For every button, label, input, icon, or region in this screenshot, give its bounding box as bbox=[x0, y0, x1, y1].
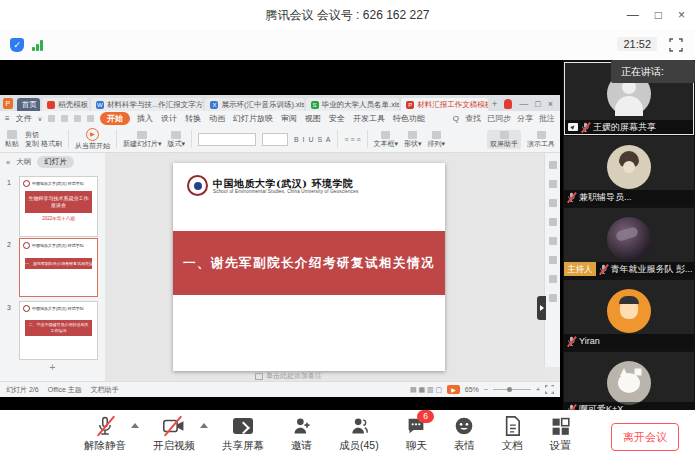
close-button[interactable]: × bbox=[678, 8, 685, 22]
wps-workarea: « 大纲 幻灯片 1 中国地质大学(武汉) 环境学院 生物科学与技术系就业工作座… bbox=[0, 153, 560, 382]
sidebar-icon bbox=[549, 180, 557, 188]
slide-canvas: 中国地质大学(武汉) 环境学院 School of Environmental … bbox=[105, 153, 545, 382]
sync-status: 已同步 bbox=[487, 113, 511, 124]
zoom-in-icon: + bbox=[536, 386, 540, 393]
meeting-titlebar: 腾讯会议 会议号 : 626 162 227 — □ × bbox=[0, 0, 695, 30]
wps-ribbon-tabs: ≡ 文件 ∨ 开始 插入 设计 转换 动画 幻灯片放映 审阅 视图 安全 开发工… bbox=[0, 111, 560, 126]
meeting-infobar: ✓ 21:52 bbox=[0, 30, 695, 60]
chat-badge: 6 bbox=[417, 410, 434, 423]
sidebar-icon bbox=[549, 294, 557, 302]
arrange-button: 排列 bbox=[428, 140, 442, 147]
chat-icon: 6 bbox=[406, 415, 426, 437]
notes-hint: 单击此处添加备注 bbox=[255, 371, 322, 381]
docs-button[interactable]: 文档 bbox=[502, 415, 523, 453]
slide-thumbnail-panel: « 大纲 幻灯片 1 中国地质大学(武汉) 环境学院 生物科学与技术系就业工作座… bbox=[0, 153, 106, 382]
university-name-cn: 中国地质大学(武汉) 环境学院 bbox=[213, 178, 358, 189]
wps-tab-doc2: X展示环(汇中音乐训练).xlsx bbox=[205, 98, 303, 111]
members-button[interactable]: 成员(45) bbox=[339, 415, 379, 453]
fullscreen-icon[interactable] bbox=[669, 38, 683, 52]
print-icon bbox=[61, 115, 68, 122]
wps-app-icon: P bbox=[3, 98, 13, 109]
play-from-current-icon: ▶ bbox=[86, 128, 99, 141]
mic-options-caret[interactable] bbox=[131, 423, 139, 428]
university-logo bbox=[187, 175, 208, 196]
dual-screen-assistant: 双屏助手 bbox=[490, 139, 518, 148]
ribbon-tab-security: 安全 bbox=[328, 113, 346, 124]
meeting-title: 腾讯会议 会议号 : 626 162 227 bbox=[265, 7, 429, 24]
participant-tile[interactable]: 兼职辅导员... bbox=[564, 136, 694, 204]
mini-logo-icon bbox=[23, 305, 30, 312]
doc-assistant: 文档助手 bbox=[91, 385, 119, 395]
zoom-percent: 65% bbox=[465, 386, 479, 393]
bold-italic-underline-group: B I U S A bbox=[294, 136, 331, 143]
sidebar-icon bbox=[549, 256, 557, 264]
settings-button[interactable]: 设置 bbox=[550, 415, 571, 453]
emoji-button[interactable]: 表情 bbox=[454, 415, 475, 453]
outline-tab: 大纲 bbox=[16, 157, 31, 167]
file-menu: 文件 bbox=[16, 113, 32, 124]
share-screen-icon bbox=[233, 418, 253, 434]
slide-title-banner: 一、谢先军副院长介绍考研复试相关情况 bbox=[173, 231, 445, 295]
sidebar-expand-arrow bbox=[537, 296, 546, 320]
mic-muted-icon bbox=[567, 192, 576, 203]
textbox-button: 文本框 bbox=[374, 140, 395, 147]
ribbon-tab-animation: 动画 bbox=[208, 113, 226, 124]
participant-name: 啊可爱K+X bbox=[579, 403, 623, 411]
maximize-button[interactable]: □ bbox=[655, 8, 662, 22]
slideshow-play-icon: ▶ bbox=[447, 385, 460, 394]
sidebar-icon bbox=[549, 218, 557, 226]
theme-name: Office 主题 bbox=[48, 385, 82, 395]
search-icon: Q bbox=[453, 114, 459, 123]
wps-tab-doc1: W材料科学与技...作汇报文字方案 bbox=[91, 98, 204, 111]
font-family-select bbox=[198, 133, 256, 146]
mic-muted-icon bbox=[567, 336, 576, 347]
writer-doc-icon: X bbox=[210, 101, 218, 109]
participant-tile[interactable]: Yiran bbox=[564, 280, 694, 348]
undo-icon bbox=[74, 115, 81, 122]
emoji-icon bbox=[454, 415, 474, 437]
slides-tab: 幻灯片 bbox=[37, 156, 74, 168]
video-options-caret[interactable] bbox=[200, 423, 208, 428]
sidebar-icon bbox=[549, 237, 557, 245]
ribbon-tab-slideshow: 幻灯片放映 bbox=[232, 113, 274, 124]
thumb-number: 3 bbox=[7, 304, 11, 311]
invite-button[interactable]: 邀请 bbox=[291, 415, 312, 453]
wps-right-sidebar bbox=[544, 153, 560, 367]
members-icon bbox=[349, 415, 369, 437]
minimize-button[interactable]: — bbox=[627, 8, 639, 22]
participant-name: 王媛的屏幕共享 bbox=[593, 121, 656, 134]
participant-tile-host[interactable]: 主持人 青年就业服务队 彭... bbox=[564, 208, 694, 276]
paste-button: 粘贴 bbox=[5, 139, 19, 148]
ribbon-tab-design: 设计 bbox=[160, 113, 178, 124]
new-tab-icon: + bbox=[492, 99, 497, 109]
speaking-tooltip: 正在讲话: bbox=[611, 60, 695, 83]
university-name-en: School of Environmental Studies, China U… bbox=[213, 189, 358, 194]
wps-tab-docer: 稻壳模板 bbox=[42, 98, 89, 111]
docer-icon bbox=[47, 101, 55, 109]
wps-tab-home: 首页 bbox=[17, 98, 40, 111]
participant-tile[interactable]: 啊可爱K+X bbox=[564, 352, 694, 410]
writer-doc-icon: W bbox=[96, 101, 104, 109]
network-signal-icon[interactable] bbox=[32, 40, 46, 51]
sidebar-icon bbox=[549, 161, 557, 169]
leave-meeting-button[interactable]: 离开会议 bbox=[611, 423, 679, 451]
unmute-button[interactable]: 解除静音 bbox=[84, 415, 126, 453]
shape-button: 形状 bbox=[404, 140, 418, 147]
save-icon bbox=[48, 115, 55, 122]
start-video-button[interactable]: 开启视频 bbox=[153, 415, 195, 453]
participant-name: 兼职辅导员... bbox=[579, 191, 632, 204]
slide-thumbnail-3: 中国地质大学(武汉) 环境学院 二、毕业年级辅导员介绍就业相关工作情况 bbox=[19, 301, 98, 360]
chat-button[interactable]: 6 聊天 bbox=[406, 415, 427, 453]
host-badge: 主持人 bbox=[564, 262, 596, 276]
wps-window: P 首页 稻壳模板 W材料科学与技...作汇报文字方案 X展示环(汇中音乐训练)… bbox=[0, 95, 560, 397]
participant-name: Yiran bbox=[579, 336, 600, 346]
share-screen-button[interactable]: 共享屏幕 bbox=[222, 415, 264, 453]
security-shield-icon[interactable]: ✓ bbox=[10, 38, 24, 52]
wps-minimize-icon: — bbox=[519, 99, 528, 109]
thumb-number: 1 bbox=[7, 179, 11, 186]
ribbon-tab-features: 特色功能 bbox=[392, 113, 426, 124]
participant-name: 青年就业服务队 彭... bbox=[611, 263, 693, 276]
ribbon-tab-review: 审阅 bbox=[280, 113, 298, 124]
window-controls: — □ × bbox=[627, 0, 685, 30]
new-slide-button: 新建幻灯片 bbox=[123, 140, 158, 147]
